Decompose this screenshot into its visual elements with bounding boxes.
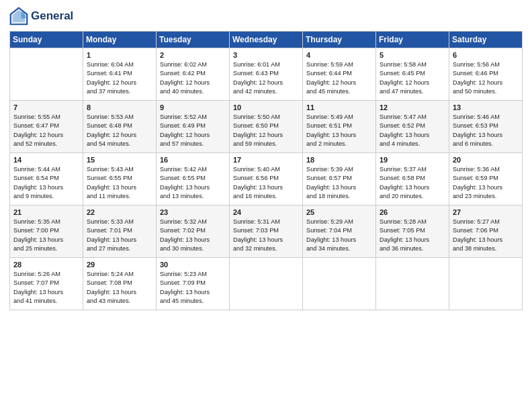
calendar-cell: 14Sunrise: 5:44 AM Sunset: 6:54 PM Dayli…	[10, 153, 83, 205]
day-info: Sunrise: 5:58 AM Sunset: 6:45 PM Dayligh…	[380, 60, 445, 96]
calendar-cell: 30Sunrise: 5:23 AM Sunset: 7:09 PM Dayli…	[157, 258, 230, 310]
calendar-cell: 8Sunrise: 5:53 AM Sunset: 6:48 PM Daylig…	[83, 101, 157, 153]
page-container: General SundayMondayTuesdayWednesdayThur…	[0, 0, 532, 317]
day-number: 5	[380, 51, 445, 59]
day-info: Sunrise: 5:44 AM Sunset: 6:54 PM Dayligh…	[13, 165, 79, 201]
calendar-cell	[449, 258, 523, 310]
calendar-cell: 24Sunrise: 5:31 AM Sunset: 7:03 PM Dayli…	[230, 205, 303, 258]
day-number: 21	[13, 208, 79, 216]
calendar-cell: 13Sunrise: 5:46 AM Sunset: 6:53 PM Dayli…	[449, 101, 523, 153]
calendar-week-row: 7Sunrise: 5:55 AM Sunset: 6:47 PM Daylig…	[10, 101, 523, 153]
header-sunday: Sunday	[10, 32, 83, 48]
day-number: 16	[160, 156, 226, 164]
day-info: Sunrise: 5:36 AM Sunset: 6:59 PM Dayligh…	[453, 165, 519, 201]
day-info: Sunrise: 5:28 AM Sunset: 7:05 PM Dayligh…	[380, 218, 445, 253]
day-number: 11	[306, 103, 372, 111]
calendar-table: SundayMondayTuesdayWednesdayThursdayFrid…	[9, 31, 523, 310]
day-info: Sunrise: 5:53 AM Sunset: 6:48 PM Dayligh…	[87, 113, 152, 148]
calendar-cell: 1Sunrise: 6:04 AM Sunset: 6:41 PM Daylig…	[83, 48, 157, 101]
day-info: Sunrise: 5:50 AM Sunset: 6:50 PM Dayligh…	[233, 113, 299, 148]
logo-icon	[9, 7, 28, 26]
day-info: Sunrise: 6:04 AM Sunset: 6:41 PM Dayligh…	[87, 60, 152, 96]
calendar-cell: 11Sunrise: 5:49 AM Sunset: 6:51 PM Dayli…	[303, 101, 376, 153]
day-number: 1	[87, 51, 152, 59]
day-number: 23	[160, 208, 226, 216]
day-info: Sunrise: 5:29 AM Sunset: 7:04 PM Dayligh…	[306, 218, 372, 253]
day-number: 13	[453, 103, 519, 111]
calendar-cell: 22Sunrise: 5:33 AM Sunset: 7:01 PM Dayli…	[83, 205, 157, 258]
logo-text: General	[31, 9, 73, 23]
day-number: 2	[160, 51, 226, 59]
day-info: Sunrise: 5:24 AM Sunset: 7:08 PM Dayligh…	[87, 270, 152, 306]
day-info: Sunrise: 5:27 AM Sunset: 7:06 PM Dayligh…	[453, 218, 519, 253]
calendar-cell: 21Sunrise: 5:35 AM Sunset: 7:00 PM Dayli…	[10, 205, 83, 258]
calendar-cell	[303, 258, 376, 310]
header-saturday: Saturday	[449, 32, 523, 48]
calendar-week-row: 28Sunrise: 5:26 AM Sunset: 7:07 PM Dayli…	[10, 258, 523, 310]
day-number: 22	[87, 208, 152, 216]
day-info: Sunrise: 5:59 AM Sunset: 6:44 PM Dayligh…	[306, 60, 372, 96]
calendar-header-row: SundayMondayTuesdayWednesdayThursdayFrid…	[10, 32, 523, 48]
day-number: 25	[306, 208, 372, 216]
header-monday: Monday	[83, 32, 157, 48]
day-number: 3	[233, 51, 299, 59]
day-number: 30	[160, 261, 226, 269]
day-info: Sunrise: 5:55 AM Sunset: 6:47 PM Dayligh…	[13, 113, 79, 148]
day-number: 8	[87, 103, 152, 111]
day-info: Sunrise: 5:33 AM Sunset: 7:01 PM Dayligh…	[87, 218, 152, 253]
day-info: Sunrise: 5:43 AM Sunset: 6:55 PM Dayligh…	[87, 165, 152, 201]
calendar-cell: 7Sunrise: 5:55 AM Sunset: 6:47 PM Daylig…	[10, 101, 83, 153]
day-info: Sunrise: 5:56 AM Sunset: 6:46 PM Dayligh…	[453, 60, 519, 96]
day-info: Sunrise: 6:02 AM Sunset: 6:42 PM Dayligh…	[160, 60, 226, 96]
day-info: Sunrise: 5:37 AM Sunset: 6:58 PM Dayligh…	[380, 165, 445, 201]
calendar-cell: 12Sunrise: 5:47 AM Sunset: 6:52 PM Dayli…	[376, 101, 449, 153]
day-info: Sunrise: 5:47 AM Sunset: 6:52 PM Dayligh…	[380, 113, 445, 148]
calendar-cell: 15Sunrise: 5:43 AM Sunset: 6:55 PM Dayli…	[83, 153, 157, 205]
header: General	[9, 7, 523, 26]
day-number: 17	[233, 156, 299, 164]
calendar-cell: 10Sunrise: 5:50 AM Sunset: 6:50 PM Dayli…	[230, 101, 303, 153]
calendar-cell: 23Sunrise: 5:32 AM Sunset: 7:02 PM Dayli…	[157, 205, 230, 258]
header-tuesday: Tuesday	[157, 32, 230, 48]
day-info: Sunrise: 5:42 AM Sunset: 6:55 PM Dayligh…	[160, 165, 226, 201]
header-wednesday: Wednesday	[230, 32, 303, 48]
calendar-cell: 19Sunrise: 5:37 AM Sunset: 6:58 PM Dayli…	[376, 153, 449, 205]
day-number: 4	[306, 51, 372, 59]
calendar-cell: 27Sunrise: 5:27 AM Sunset: 7:06 PM Dayli…	[449, 205, 523, 258]
calendar-cell	[10, 48, 83, 101]
calendar-cell: 3Sunrise: 6:01 AM Sunset: 6:43 PM Daylig…	[230, 48, 303, 101]
day-number: 29	[87, 261, 152, 269]
day-info: Sunrise: 5:46 AM Sunset: 6:53 PM Dayligh…	[453, 113, 519, 148]
day-info: Sunrise: 5:32 AM Sunset: 7:02 PM Dayligh…	[160, 218, 226, 253]
day-number: 12	[380, 103, 445, 111]
day-info: Sunrise: 5:39 AM Sunset: 6:57 PM Dayligh…	[306, 165, 372, 201]
day-number: 15	[87, 156, 152, 164]
calendar-cell	[230, 258, 303, 310]
day-number: 6	[453, 51, 519, 59]
day-number: 28	[13, 261, 79, 269]
day-number: 27	[453, 208, 519, 216]
day-info: Sunrise: 6:01 AM Sunset: 6:43 PM Dayligh…	[233, 60, 299, 96]
calendar-cell: 20Sunrise: 5:36 AM Sunset: 6:59 PM Dayli…	[449, 153, 523, 205]
calendar-cell: 26Sunrise: 5:28 AM Sunset: 7:05 PM Dayli…	[376, 205, 449, 258]
day-number: 10	[233, 103, 299, 111]
calendar-cell: 9Sunrise: 5:52 AM Sunset: 6:49 PM Daylig…	[157, 101, 230, 153]
day-info: Sunrise: 5:35 AM Sunset: 7:00 PM Dayligh…	[13, 218, 79, 253]
day-info: Sunrise: 5:31 AM Sunset: 7:03 PM Dayligh…	[233, 218, 299, 253]
day-number: 18	[306, 156, 372, 164]
calendar-cell: 16Sunrise: 5:42 AM Sunset: 6:55 PM Dayli…	[157, 153, 230, 205]
calendar-cell: 18Sunrise: 5:39 AM Sunset: 6:57 PM Dayli…	[303, 153, 376, 205]
calendar-cell: 6Sunrise: 5:56 AM Sunset: 6:46 PM Daylig…	[449, 48, 523, 101]
day-number: 20	[453, 156, 519, 164]
day-number: 24	[233, 208, 299, 216]
calendar-cell: 28Sunrise: 5:26 AM Sunset: 7:07 PM Dayli…	[10, 258, 83, 310]
day-number: 26	[380, 208, 445, 216]
calendar-week-row: 1Sunrise: 6:04 AM Sunset: 6:41 PM Daylig…	[10, 48, 523, 101]
calendar-cell: 17Sunrise: 5:40 AM Sunset: 6:56 PM Dayli…	[230, 153, 303, 205]
header-thursday: Thursday	[303, 32, 376, 48]
calendar-week-row: 14Sunrise: 5:44 AM Sunset: 6:54 PM Dayli…	[10, 153, 523, 205]
day-number: 19	[380, 156, 445, 164]
header-friday: Friday	[376, 32, 449, 48]
day-info: Sunrise: 5:49 AM Sunset: 6:51 PM Dayligh…	[306, 113, 372, 148]
day-number: 14	[13, 156, 79, 164]
